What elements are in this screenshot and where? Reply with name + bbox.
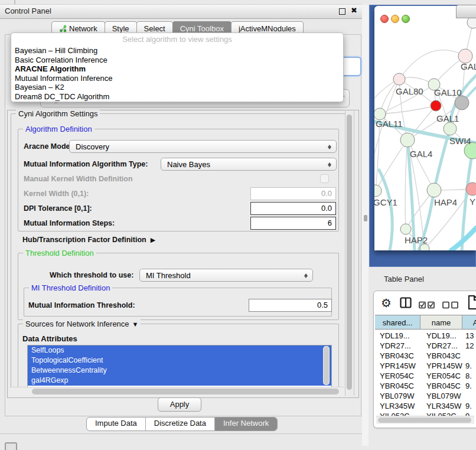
collapsed-panel-icon[interactable] — [5, 442, 17, 450]
network-edge — [376, 140, 407, 191]
table-cell[interactable]: 9. — [465, 401, 476, 411]
aracne-mode-combo[interactable]: Discovery — [69, 140, 337, 153]
table-cell[interactable]: 9. — [465, 361, 476, 371]
attribute-item-selected[interactable]: gal4RGexp — [28, 376, 331, 386]
dpi-tolerance-label: DPI Tolerance [0,1]: — [24, 204, 92, 213]
table-cell[interactable]: 12 — [465, 341, 476, 351]
settings-vertical-scrollbar[interactable] — [345, 111, 354, 396]
mi-threshold-definition-title: MI Threshold Definition — [29, 283, 112, 292]
select-all-icon[interactable] — [419, 301, 435, 309]
table-cell[interactable]: YLR345W — [380, 401, 420, 411]
column-header-1[interactable]: shared... — [375, 315, 420, 330]
which-threshold-combo[interactable]: MI Threshold — [139, 269, 313, 282]
table-cell[interactable]: YBR045C — [426, 381, 462, 391]
node-gcy1[interactable] — [374, 185, 382, 197]
node-label: GAL10 — [434, 87, 462, 97]
node-gal11[interactable] — [374, 108, 386, 120]
columns-icon[interactable] — [400, 297, 412, 308]
minimize-window-icon[interactable] — [391, 15, 399, 23]
table-cell[interactable]: 13 — [465, 331, 476, 341]
column-header-2[interactable]: name — [420, 315, 462, 330]
tab-label: Network — [69, 24, 97, 33]
tab-label: Cyni Toolbox — [180, 24, 224, 33]
node-hap4[interactable] — [427, 183, 441, 197]
algorithm-option[interactable]: Bayesian – Hill Climbing — [11, 46, 343, 56]
settings-vscroll-thumb[interactable] — [347, 115, 352, 390]
data-attributes-list[interactable]: SelfLoopsTopologicalCoefficientBetweenne… — [27, 345, 332, 388]
hub-definition-expander[interactable]: Hub/Transcription Factor Definition ▶ — [22, 236, 155, 244]
table-cell[interactable]: YLR345W — [426, 401, 462, 411]
network-canvas[interactable]: GAL7GAL80GAL10GAL11GAL1SWI4GAL4GCY1HAP4Y… — [374, 6, 476, 250]
node-table[interactable]: shared...nameAYDL19...YDL19...13YDR27...… — [375, 315, 476, 427]
export-table-icon[interactable] — [467, 295, 476, 310]
table-cell[interactable]: YDR27... — [426, 341, 462, 351]
node-hap2[interactable] — [400, 224, 411, 234]
mi-algorithm-type-label: Mutual Information Algorithm Type: — [24, 160, 148, 168]
table-hscroll-thumb[interactable] — [378, 418, 471, 423]
settings-horizontal-scrollbar[interactable] — [9, 387, 344, 396]
table-cell[interactable]: YDL19... — [380, 331, 420, 341]
sources-title-text: Sources for Network Inference — [25, 319, 129, 328]
panel-splitter[interactable] — [362, 5, 369, 446]
cyni-bottom-tabs: Impute DataDiscretize DataInfer Network — [86, 417, 278, 431]
table-cell[interactable]: 9. — [465, 381, 476, 391]
table-cell[interactable]: YBR045C — [380, 381, 420, 391]
control-panel-titlebar: Control Panel ✖ — [0, 4, 362, 19]
bottom-tab-impute-data[interactable]: Impute Data — [87, 418, 145, 431]
algorithm-option[interactable]: Dream8 DC_TDC Algorithm — [11, 92, 343, 102]
hub-definition-label: Hub/Transcription Factor Definition — [22, 236, 146, 244]
node-top-partial[interactable] — [467, 17, 476, 28]
deselect-all-icon[interactable] — [442, 301, 459, 309]
table-cell[interactable]: YDR27... — [380, 341, 420, 351]
column-header-3[interactable]: A — [462, 315, 476, 330]
table-cell[interactable]: 8. — [465, 371, 476, 381]
zoom-window-icon[interactable] — [402, 15, 410, 23]
table-cell[interactable]: YER054C — [380, 371, 420, 381]
float-icon[interactable] — [339, 8, 345, 15]
node-gray[interactable] — [455, 96, 469, 110]
attribute-item-selected[interactable]: TopologicalCoefficient — [28, 356, 331, 366]
settings-hscroll-thumb[interactable] — [32, 389, 339, 394]
algorithm-option[interactable]: ARACNE Algorithm — [11, 64, 343, 74]
algorithm-option[interactable]: Bayesian – K2 — [11, 83, 343, 92]
table-cell[interactable] — [465, 391, 476, 401]
table-cell[interactable]: YBL079W — [426, 391, 462, 401]
table-cell[interactable]: YPR145W — [380, 361, 420, 371]
bottom-tab-infer-network[interactable]: Infer Network — [214, 418, 277, 431]
dpi-tolerance-field[interactable]: 0.0 — [250, 202, 336, 215]
node-gal4[interactable] — [400, 133, 415, 147]
threshold-definition-title: Threshold Definition — [23, 249, 96, 257]
attribute-item-selected[interactable]: BetweennessCentrality — [28, 366, 331, 376]
table-cell[interactable]: YER054C — [426, 371, 462, 381]
table-cell[interactable]: YBL079W — [380, 391, 420, 401]
attributes-list-scrollbar[interactable] — [323, 346, 330, 385]
node-label: GAL11 — [376, 119, 403, 129]
mi-steps-field[interactable]: 6 — [250, 217, 336, 230]
close-window-icon[interactable] — [380, 15, 389, 23]
attributes-scrollbar-thumb[interactable] — [324, 347, 329, 384]
table-panel-title: Table Panel — [384, 275, 424, 283]
table-cell[interactable]: YBR043C — [426, 351, 462, 361]
table-cell[interactable]: YDL19... — [426, 331, 462, 341]
apply-button[interactable]: Apply — [158, 397, 201, 412]
mutual-information-threshold-field[interactable]: 0.5 — [249, 299, 332, 312]
node-salmon[interactable] — [466, 182, 476, 195]
algorithm-option[interactable]: Mutual Information Inference — [11, 74, 343, 83]
node-gal80[interactable] — [393, 73, 405, 85]
splitter-handle-icon[interactable] — [364, 215, 367, 221]
table-cell[interactable]: YPR145W — [426, 361, 462, 371]
close-icon[interactable]: ✖ — [351, 6, 357, 15]
table-horizontal-scrollbar[interactable] — [376, 416, 474, 424]
gear-icon[interactable]: ⚙ — [381, 296, 392, 310]
algorithm-dropdown[interactable]: Select algorithm to view settings Bayesi… — [11, 32, 344, 102]
attribute-item-selected[interactable]: SelfLoops — [28, 345, 331, 356]
algorithm-option[interactable]: Basic Correlation Inference — [11, 56, 343, 65]
bottom-tab-discretize-data[interactable]: Discretize Data — [145, 418, 214, 431]
table-cell[interactable]: YBR043C — [380, 351, 420, 361]
node-selected-red[interactable] — [431, 100, 441, 111]
sources-title[interactable]: Sources for Network Inference ▼ — [23, 319, 141, 328]
table-cell[interactable] — [465, 351, 476, 361]
mi-algorithm-type-combo[interactable]: Naive Bayes — [161, 158, 337, 171]
network-window[interactable]: GAL7GAL80GAL10GAL11GAL1SWI4GAL4GCY1HAP4Y… — [374, 6, 476, 250]
node-gal1[interactable] — [444, 122, 457, 135]
